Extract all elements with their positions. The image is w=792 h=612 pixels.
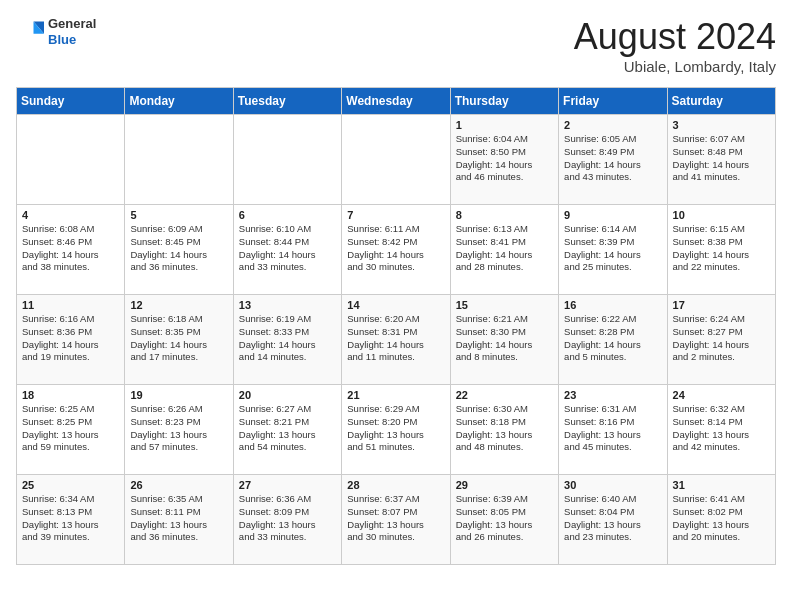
day-number: 10 [673, 209, 770, 221]
day-number: 21 [347, 389, 444, 401]
calendar-cell: 28Sunrise: 6:37 AM Sunset: 8:07 PM Dayli… [342, 475, 450, 565]
calendar-cell: 30Sunrise: 6:40 AM Sunset: 8:04 PM Dayli… [559, 475, 667, 565]
day-number: 16 [564, 299, 661, 311]
calendar-body: 1Sunrise: 6:04 AM Sunset: 8:50 PM Daylig… [17, 115, 776, 565]
calendar-cell: 6Sunrise: 6:10 AM Sunset: 8:44 PM Daylig… [233, 205, 341, 295]
day-number: 2 [564, 119, 661, 131]
calendar-cell: 26Sunrise: 6:35 AM Sunset: 8:11 PM Dayli… [125, 475, 233, 565]
calendar-cell: 11Sunrise: 6:16 AM Sunset: 8:36 PM Dayli… [17, 295, 125, 385]
day-info: Sunrise: 6:21 AM Sunset: 8:30 PM Dayligh… [456, 313, 553, 364]
day-info: Sunrise: 6:27 AM Sunset: 8:21 PM Dayligh… [239, 403, 336, 454]
calendar-cell [342, 115, 450, 205]
weekday-header-monday: Monday [125, 88, 233, 115]
day-info: Sunrise: 6:34 AM Sunset: 8:13 PM Dayligh… [22, 493, 119, 544]
calendar-cell: 5Sunrise: 6:09 AM Sunset: 8:45 PM Daylig… [125, 205, 233, 295]
calendar-table: SundayMondayTuesdayWednesdayThursdayFrid… [16, 87, 776, 565]
calendar-cell: 24Sunrise: 6:32 AM Sunset: 8:14 PM Dayli… [667, 385, 775, 475]
calendar-cell: 8Sunrise: 6:13 AM Sunset: 8:41 PM Daylig… [450, 205, 558, 295]
calendar-cell: 1Sunrise: 6:04 AM Sunset: 8:50 PM Daylig… [450, 115, 558, 205]
day-number: 30 [564, 479, 661, 491]
calendar-week-5: 25Sunrise: 6:34 AM Sunset: 8:13 PM Dayli… [17, 475, 776, 565]
calendar-cell: 9Sunrise: 6:14 AM Sunset: 8:39 PM Daylig… [559, 205, 667, 295]
weekday-header-tuesday: Tuesday [233, 88, 341, 115]
calendar-cell: 14Sunrise: 6:20 AM Sunset: 8:31 PM Dayli… [342, 295, 450, 385]
day-info: Sunrise: 6:39 AM Sunset: 8:05 PM Dayligh… [456, 493, 553, 544]
day-info: Sunrise: 6:30 AM Sunset: 8:18 PM Dayligh… [456, 403, 553, 454]
calendar-week-2: 4Sunrise: 6:08 AM Sunset: 8:46 PM Daylig… [17, 205, 776, 295]
logo-icon [16, 18, 44, 46]
day-info: Sunrise: 6:24 AM Sunset: 8:27 PM Dayligh… [673, 313, 770, 364]
logo-blue-text: Blue [48, 32, 96, 48]
day-info: Sunrise: 6:26 AM Sunset: 8:23 PM Dayligh… [130, 403, 227, 454]
day-number: 3 [673, 119, 770, 131]
day-number: 11 [22, 299, 119, 311]
day-number: 26 [130, 479, 227, 491]
day-number: 7 [347, 209, 444, 221]
day-number: 18 [22, 389, 119, 401]
day-info: Sunrise: 6:08 AM Sunset: 8:46 PM Dayligh… [22, 223, 119, 274]
day-info: Sunrise: 6:22 AM Sunset: 8:28 PM Dayligh… [564, 313, 661, 364]
day-info: Sunrise: 6:07 AM Sunset: 8:48 PM Dayligh… [673, 133, 770, 184]
day-number: 13 [239, 299, 336, 311]
calendar-cell: 3Sunrise: 6:07 AM Sunset: 8:48 PM Daylig… [667, 115, 775, 205]
calendar-cell [233, 115, 341, 205]
calendar-cell: 25Sunrise: 6:34 AM Sunset: 8:13 PM Dayli… [17, 475, 125, 565]
calendar-cell: 31Sunrise: 6:41 AM Sunset: 8:02 PM Dayli… [667, 475, 775, 565]
calendar-cell [17, 115, 125, 205]
weekday-header-saturday: Saturday [667, 88, 775, 115]
day-info: Sunrise: 6:32 AM Sunset: 8:14 PM Dayligh… [673, 403, 770, 454]
page-header: General Blue August 2024 Ubiale, Lombard… [16, 16, 776, 75]
day-info: Sunrise: 6:16 AM Sunset: 8:36 PM Dayligh… [22, 313, 119, 364]
day-number: 4 [22, 209, 119, 221]
day-number: 8 [456, 209, 553, 221]
weekday-header-friday: Friday [559, 88, 667, 115]
weekday-row: SundayMondayTuesdayWednesdayThursdayFrid… [17, 88, 776, 115]
calendar-cell: 13Sunrise: 6:19 AM Sunset: 8:33 PM Dayli… [233, 295, 341, 385]
day-number: 12 [130, 299, 227, 311]
logo-text: General Blue [48, 16, 96, 47]
calendar-week-3: 11Sunrise: 6:16 AM Sunset: 8:36 PM Dayli… [17, 295, 776, 385]
day-info: Sunrise: 6:14 AM Sunset: 8:39 PM Dayligh… [564, 223, 661, 274]
calendar-subtitle: Ubiale, Lombardy, Italy [574, 58, 776, 75]
calendar-cell: 2Sunrise: 6:05 AM Sunset: 8:49 PM Daylig… [559, 115, 667, 205]
calendar-week-4: 18Sunrise: 6:25 AM Sunset: 8:25 PM Dayli… [17, 385, 776, 475]
day-number: 17 [673, 299, 770, 311]
day-info: Sunrise: 6:05 AM Sunset: 8:49 PM Dayligh… [564, 133, 661, 184]
day-number: 5 [130, 209, 227, 221]
day-number: 15 [456, 299, 553, 311]
calendar-header: SundayMondayTuesdayWednesdayThursdayFrid… [17, 88, 776, 115]
day-number: 9 [564, 209, 661, 221]
day-info: Sunrise: 6:37 AM Sunset: 8:07 PM Dayligh… [347, 493, 444, 544]
calendar-cell: 10Sunrise: 6:15 AM Sunset: 8:38 PM Dayli… [667, 205, 775, 295]
day-info: Sunrise: 6:25 AM Sunset: 8:25 PM Dayligh… [22, 403, 119, 454]
calendar-cell: 16Sunrise: 6:22 AM Sunset: 8:28 PM Dayli… [559, 295, 667, 385]
day-number: 24 [673, 389, 770, 401]
calendar-cell: 19Sunrise: 6:26 AM Sunset: 8:23 PM Dayli… [125, 385, 233, 475]
calendar-week-1: 1Sunrise: 6:04 AM Sunset: 8:50 PM Daylig… [17, 115, 776, 205]
day-number: 29 [456, 479, 553, 491]
day-info: Sunrise: 6:35 AM Sunset: 8:11 PM Dayligh… [130, 493, 227, 544]
day-number: 28 [347, 479, 444, 491]
day-number: 31 [673, 479, 770, 491]
calendar-cell: 7Sunrise: 6:11 AM Sunset: 8:42 PM Daylig… [342, 205, 450, 295]
day-number: 14 [347, 299, 444, 311]
calendar-cell: 23Sunrise: 6:31 AM Sunset: 8:16 PM Dayli… [559, 385, 667, 475]
day-number: 27 [239, 479, 336, 491]
day-info: Sunrise: 6:19 AM Sunset: 8:33 PM Dayligh… [239, 313, 336, 364]
day-info: Sunrise: 6:11 AM Sunset: 8:42 PM Dayligh… [347, 223, 444, 274]
weekday-header-sunday: Sunday [17, 88, 125, 115]
logo: General Blue [16, 16, 96, 47]
logo-general-text: General [48, 16, 96, 32]
calendar-cell: 29Sunrise: 6:39 AM Sunset: 8:05 PM Dayli… [450, 475, 558, 565]
day-info: Sunrise: 6:29 AM Sunset: 8:20 PM Dayligh… [347, 403, 444, 454]
calendar-cell: 12Sunrise: 6:18 AM Sunset: 8:35 PM Dayli… [125, 295, 233, 385]
day-number: 25 [22, 479, 119, 491]
calendar-title: August 2024 [574, 16, 776, 58]
title-block: August 2024 Ubiale, Lombardy, Italy [574, 16, 776, 75]
day-number: 20 [239, 389, 336, 401]
day-number: 22 [456, 389, 553, 401]
day-info: Sunrise: 6:13 AM Sunset: 8:41 PM Dayligh… [456, 223, 553, 274]
day-info: Sunrise: 6:40 AM Sunset: 8:04 PM Dayligh… [564, 493, 661, 544]
day-number: 6 [239, 209, 336, 221]
day-info: Sunrise: 6:10 AM Sunset: 8:44 PM Dayligh… [239, 223, 336, 274]
